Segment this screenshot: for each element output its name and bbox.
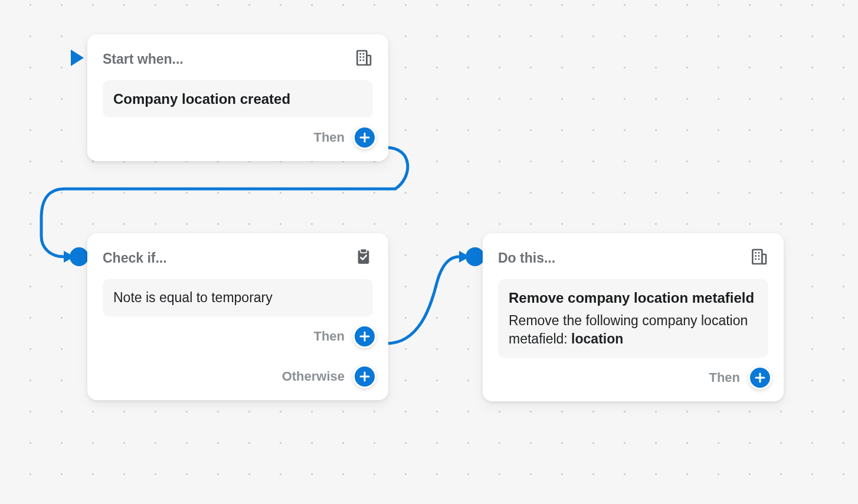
svg-rect-12: [752, 250, 762, 264]
then-label: Then: [313, 329, 345, 344]
trigger-card[interactable]: Start when... Company location created T…: [87, 34, 388, 161]
action-description: Remove the following company location me…: [509, 312, 758, 348]
then-label: Then: [709, 370, 740, 385]
action-entry-node: [466, 247, 484, 266]
trigger-event-label: Company location created: [113, 90, 362, 108]
add-then-button[interactable]: [353, 325, 376, 348]
start-indicator-icon: [70, 48, 85, 70]
action-description-prefix: Remove the following company location me…: [509, 313, 748, 346]
trigger-title: Start when...: [103, 51, 184, 67]
svg-rect-3: [366, 55, 371, 65]
condition-expression: Note is equal to temporary: [113, 289, 362, 307]
otherwise-label: Otherwise: [282, 369, 345, 384]
svg-rect-13: [762, 254, 766, 264]
condition-body: Note is equal to temporary: [103, 279, 373, 316]
add-otherwise-button[interactable]: [353, 365, 376, 388]
trigger-body: Company location created: [103, 80, 373, 117]
svg-rect-11: [361, 249, 367, 253]
building-icon: [749, 247, 768, 269]
condition-title: Check if...: [103, 250, 167, 266]
action-body: Remove company location metafield Remove…: [498, 279, 768, 358]
workflow-canvas[interactable]: Start when... Company location created T…: [0, 0, 858, 504]
add-then-button[interactable]: [748, 366, 772, 390]
add-then-button[interactable]: [353, 126, 376, 149]
svg-rect-2: [357, 51, 366, 65]
action-description-value: location: [571, 331, 623, 346]
building-icon: [354, 48, 373, 70]
condition-entry-node: [70, 247, 89, 266]
card-header: Start when...: [103, 48, 373, 70]
condition-card[interactable]: Check if... Note is equal to temporary T…: [87, 233, 388, 400]
action-heading: Remove company location metafield: [509, 289, 758, 307]
action-card[interactable]: Do this... Remove company location metaf…: [483, 233, 784, 401]
then-label: Then: [313, 130, 345, 145]
card-header: Check if...: [103, 247, 373, 269]
card-header: Do this...: [498, 247, 768, 269]
action-title: Do this...: [498, 250, 555, 266]
clipboard-check-icon: [354, 247, 373, 269]
